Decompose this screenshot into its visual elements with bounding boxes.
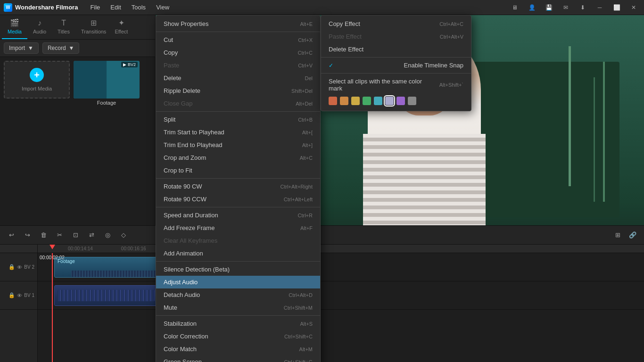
- ctx-rotate-ccw-shortcut: Ctrl+Alt+Left: [284, 197, 313, 202]
- ctx-ripple-delete-shortcut: Shift+Del: [291, 88, 313, 94]
- ctx-add-freeze-shortcut: Alt+F: [300, 225, 313, 231]
- ctx-trim-start-shortcut: Alt+[: [302, 130, 313, 135]
- ctx-delete[interactable]: Delete Del: [156, 72, 320, 84]
- context-menu-secondary: Copy Effect Ctrl+Alt+C Paste Effect Ctrl…: [321, 15, 471, 111]
- ctx-silence-detection[interactable]: Silence Detection (Beta): [156, 263, 320, 276]
- swatch-gray[interactable]: [408, 97, 416, 105]
- ctx-rotate-cw-label: Rotate 90 CW: [164, 183, 202, 190]
- ctx-detach-audio-label: Detach Audio: [164, 291, 200, 298]
- ctx-select-same-color[interactable]: Select all clips with the same color mar…: [321, 75, 471, 95]
- ctx-crop-fit[interactable]: Crop to Fit: [156, 164, 320, 177]
- ctx-rotate-cw-shortcut: Ctrl+Alt+Right: [281, 184, 313, 189]
- ctx-delete-effect-label: Delete Effect: [329, 46, 363, 53]
- ctx-cut-shortcut: Ctrl+X: [298, 37, 313, 43]
- ctx-mute-label: Mute: [164, 304, 177, 311]
- ctx-mute[interactable]: Mute Ctrl+Shift+M: [156, 301, 320, 314]
- ctx-add-animation-label: Add Animation: [164, 250, 203, 257]
- ctx-trim-end-label: Trim End to Playhead: [164, 141, 223, 148]
- ctx-color-match-shortcut: Alt+M: [299, 346, 313, 352]
- ctx-color-correction[interactable]: Color Correction Ctrl+Shift+C: [156, 330, 320, 343]
- ctx-sep-2: [156, 111, 320, 112]
- ctx-split[interactable]: Split Ctrl+B: [156, 113, 320, 126]
- ctx-speed-duration-label: Speed and Duration: [164, 212, 218, 219]
- ctx-crop-zoom[interactable]: Crop and Zoom Alt+C: [156, 151, 320, 164]
- swatch-orange[interactable]: [340, 97, 348, 105]
- ctx-clear-keyframes-label: Clear All Keyframes: [164, 237, 217, 244]
- ctx-copy-effect-label: Copy Effect: [329, 20, 360, 27]
- ctx-sep-s2: [321, 73, 471, 74]
- ctx-split-label: Split: [164, 116, 175, 123]
- ctx-trim-end-shortcut: Alt+]: [302, 142, 313, 148]
- ctx-color-match[interactable]: Color Match Alt+M: [156, 343, 320, 355]
- ctx-green-screen-label: Green Screen: [164, 358, 202, 362]
- ctx-close-gap-shortcut: Alt+Del: [296, 101, 313, 107]
- ctx-rotate-ccw[interactable]: Rotate 90 CCW Ctrl+Alt+Left: [156, 193, 320, 206]
- ctx-adjust-audio-label: Adjust Audio: [164, 279, 198, 286]
- swatch-yellow[interactable]: [351, 97, 360, 105]
- ctx-adjust-audio[interactable]: Adjust Audio: [156, 276, 320, 288]
- ctx-color-correction-label: Color Correction: [164, 333, 208, 340]
- ctx-detach-audio-shortcut: Ctrl+Alt+D: [289, 292, 313, 298]
- ctx-rotate-cw[interactable]: Rotate 90 CW Ctrl+Alt+Right: [156, 180, 320, 193]
- ctx-close-gap-label: Close Gap: [164, 100, 192, 107]
- ctx-speed-duration[interactable]: Speed and Duration Ctrl+R: [156, 209, 320, 222]
- ctx-ripple-delete[interactable]: Ripple Delete Shift+Del: [156, 84, 320, 97]
- ctx-stabilization-shortcut: Alt+S: [300, 321, 313, 327]
- ctx-green-screen-shortcut: Ctrl+Shift+G: [284, 359, 313, 362]
- ctx-copy-shortcut: Ctrl+C: [298, 50, 313, 56]
- swatch-red[interactable]: [329, 97, 337, 105]
- ctx-ripple-delete-label: Ripple Delete: [164, 87, 200, 94]
- ctx-detach-audio[interactable]: Detach Audio Ctrl+Alt+D: [156, 288, 320, 301]
- ctx-crop-zoom-shortcut: Alt+C: [300, 155, 313, 161]
- ctx-select-same-color-shortcut: Alt+Shift+`: [439, 82, 463, 88]
- ctx-stabilization-label: Stabilization: [164, 320, 197, 327]
- ctx-speed-duration-shortcut: Ctrl+R: [298, 213, 313, 218]
- ctx-clear-keyframes: Clear All Keyframes: [156, 234, 320, 247]
- ctx-color-correction-shortcut: Ctrl+Shift+C: [284, 334, 313, 339]
- ctx-mute-shortcut: Ctrl+Shift+M: [284, 305, 313, 311]
- swatch-teal[interactable]: [374, 97, 382, 105]
- ctx-green-screen[interactable]: Green Screen Ctrl+Shift+G: [156, 355, 320, 362]
- ctx-trim-start[interactable]: Trim Start to Playhead Alt+[: [156, 126, 320, 139]
- ctx-paste-effect: Paste Effect Ctrl+Alt+V: [321, 30, 471, 43]
- ctx-trim-end[interactable]: Trim End to Playhead Alt+]: [156, 139, 320, 151]
- ctx-cut[interactable]: Cut Ctrl+X: [156, 33, 320, 46]
- ctx-stabilization[interactable]: Stabilization Alt+S: [156, 317, 320, 330]
- ctx-delete-effect[interactable]: Delete Effect: [321, 43, 471, 56]
- ctx-paste-shortcut: Ctrl+V: [298, 63, 313, 68]
- ctx-sep-1: [156, 32, 320, 32]
- context-menu-primary: Show Properties Alt+E Cut Ctrl+X Copy Ct…: [156, 15, 321, 362]
- ctx-trim-start-label: Trim Start to Playhead: [164, 129, 224, 136]
- swatch-blue-gray[interactable]: [385, 97, 394, 105]
- ctx-rotate-ccw-label: Rotate 90 CCW: [164, 196, 206, 203]
- ctx-copy[interactable]: Copy Ctrl+C: [156, 46, 320, 59]
- ctx-enable-snap[interactable]: ✓ Enable Timeline Snap: [321, 59, 471, 72]
- swatch-purple[interactable]: [396, 97, 405, 105]
- ctx-sep-4: [156, 207, 320, 207]
- ctx-sep-5: [156, 261, 320, 262]
- ctx-split-shortcut: Ctrl+B: [298, 117, 313, 123]
- ctx-cut-label: Cut: [164, 36, 173, 43]
- ctx-show-properties-label: Show Properties: [164, 20, 208, 27]
- ctx-copy-effect-shortcut: Ctrl+Alt+C: [439, 21, 463, 27]
- ctx-delete-shortcut: Del: [305, 75, 313, 81]
- ctx-add-freeze[interactable]: Add Freeze Frame Alt+F: [156, 222, 320, 234]
- snap-checkmark: ✓: [329, 62, 333, 69]
- ctx-show-properties-shortcut: Alt+E: [300, 21, 313, 27]
- ctx-paste-effect-shortcut: Ctrl+Alt+V: [440, 34, 463, 40]
- ctx-copy-effect[interactable]: Copy Effect Ctrl+Alt+C: [321, 17, 471, 30]
- ctx-delete-label: Delete: [164, 74, 182, 82]
- ctx-select-same-color-label: Select all clips with the same color mar…: [329, 78, 430, 92]
- ctx-crop-fit-label: Crop to Fit: [164, 167, 192, 174]
- context-menu-overlay: Show Properties Alt+E Cut Ctrl+X Copy Ct…: [0, 0, 644, 362]
- ctx-color-match-label: Color Match: [164, 346, 197, 353]
- ctx-copy-label: Copy: [164, 49, 178, 56]
- ctx-crop-zoom-label: Crop and Zoom: [164, 154, 206, 161]
- ctx-show-properties[interactable]: Show Properties Alt+E: [156, 17, 320, 30]
- ctx-paste-effect-label: Paste Effect: [329, 33, 362, 40]
- ctx-enable-snap-label: Enable Timeline Snap: [404, 62, 463, 69]
- ctx-add-animation[interactable]: Add Animation: [156, 247, 320, 260]
- swatch-green[interactable]: [363, 97, 371, 105]
- ctx-sep-3: [156, 178, 320, 179]
- ctx-sep-6: [156, 315, 320, 316]
